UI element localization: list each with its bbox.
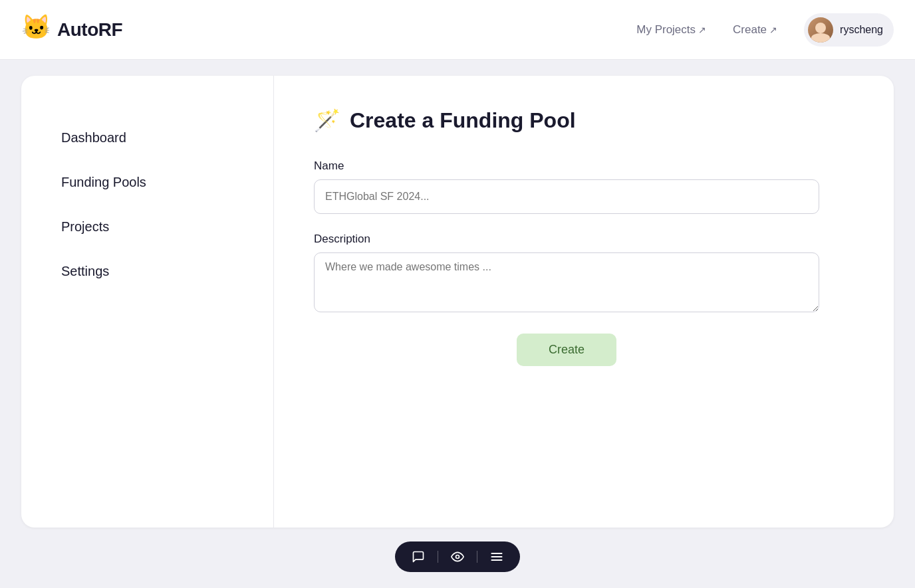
toolbar-separator-1 bbox=[438, 551, 438, 563]
description-label: Description bbox=[314, 233, 854, 246]
sidebar-item-dashboard[interactable]: Dashboard bbox=[48, 116, 247, 160]
create-button[interactable]: Create bbox=[517, 334, 616, 366]
main-panel: 🪄 Create a Funding Pool Name Description… bbox=[274, 76, 894, 528]
avatar bbox=[808, 17, 833, 43]
sidebar-item-settings[interactable]: Settings bbox=[48, 249, 247, 294]
list-icon[interactable] bbox=[488, 548, 505, 565]
sidebar-item-funding-pools[interactable]: Funding Pools bbox=[48, 160, 247, 205]
name-input[interactable] bbox=[314, 179, 819, 214]
my-projects-link[interactable]: My Projects ↗ bbox=[636, 23, 706, 37]
app-header: 🐱 AutoRF My Projects ↗ Create ↗ ryscheng bbox=[0, 0, 915, 60]
main-card: Dashboard Funding Pools Projects Setting… bbox=[21, 76, 894, 528]
my-projects-arrow: ↗ bbox=[698, 25, 706, 35]
toolbar-separator-2 bbox=[477, 551, 477, 563]
name-field-group: Name bbox=[314, 159, 854, 214]
bottom-toolbar bbox=[395, 541, 520, 572]
logo-icon: 🐱 bbox=[21, 15, 51, 45]
create-arrow: ↗ bbox=[769, 25, 777, 35]
user-pill[interactable]: ryscheng bbox=[804, 13, 894, 47]
create-link[interactable]: Create ↗ bbox=[733, 23, 777, 37]
my-projects-label: My Projects bbox=[636, 23, 696, 37]
svg-point-0 bbox=[456, 555, 459, 559]
form-actions: Create bbox=[314, 334, 819, 366]
logo-text: AutoRF bbox=[57, 19, 122, 41]
sidebar: Dashboard Funding Pools Projects Setting… bbox=[21, 76, 274, 528]
panel-title: 🪄 Create a Funding Pool bbox=[314, 108, 854, 133]
logo[interactable]: 🐱 AutoRF bbox=[21, 15, 122, 45]
main-content: Dashboard Funding Pools Projects Setting… bbox=[0, 60, 915, 588]
page-title: Create a Funding Pool bbox=[350, 108, 576, 133]
chat-icon[interactable] bbox=[410, 548, 427, 565]
description-textarea[interactable] bbox=[314, 252, 819, 312]
title-icon: 🪄 bbox=[314, 108, 340, 133]
user-name: ryscheng bbox=[840, 24, 883, 36]
eye-icon[interactable] bbox=[449, 548, 466, 565]
create-label: Create bbox=[733, 23, 767, 37]
name-label: Name bbox=[314, 159, 854, 173]
sidebar-item-projects[interactable]: Projects bbox=[48, 205, 247, 249]
header-nav: My Projects ↗ Create ↗ ryscheng bbox=[636, 13, 894, 47]
description-field-group: Description bbox=[314, 233, 854, 315]
